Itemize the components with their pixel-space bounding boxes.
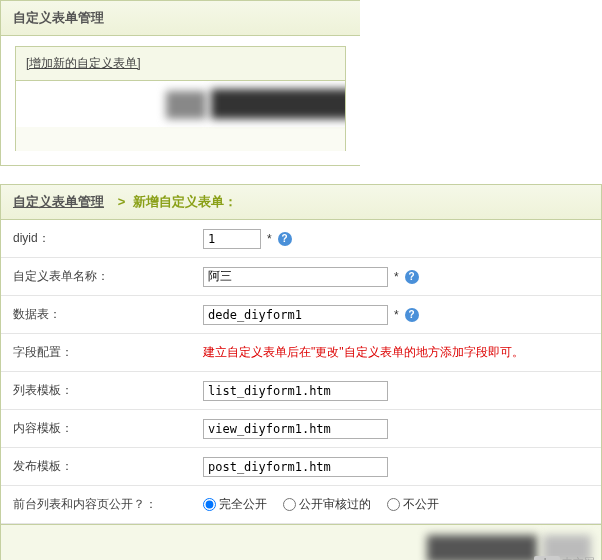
radio-public-approved[interactable]: 公开审核过的 [283, 496, 371, 513]
required-star: * [394, 308, 399, 322]
radio-input-approved[interactable] [283, 498, 296, 511]
manage-panel: 自定义表单管理 [增加新的自定义表单] [0, 0, 360, 166]
label-post-tpl: 发布模板： [13, 458, 203, 475]
required-star: * [394, 270, 399, 284]
blurred-content [166, 91, 206, 119]
input-table[interactable] [203, 305, 388, 325]
input-list-tpl[interactable] [203, 381, 388, 401]
blurred-content [211, 89, 345, 119]
manage-panel-title: 自定义表单管理 [1, 1, 360, 36]
row-name: 自定义表单名称： * ? [1, 258, 601, 296]
help-icon[interactable]: ? [278, 232, 292, 246]
add-form-panel: 自定义表单管理 > 新增自定义表单： diyid： * ? 自定义表单名称： *… [0, 184, 602, 560]
label-name: 自定义表单名称： [13, 268, 203, 285]
breadcrumb: 自定义表单管理 > 新增自定义表单： [1, 185, 601, 220]
add-form-link[interactable]: [增加新的自定义表单] [26, 56, 141, 70]
row-public: 前台列表和内容页公开？： 完全公开 公开审核过的 不公开 [1, 486, 601, 524]
radio-label: 不公开 [403, 496, 439, 513]
label-fields: 字段配置： [13, 344, 203, 361]
radio-public-none[interactable]: 不公开 [387, 496, 439, 513]
help-icon[interactable]: ? [405, 308, 419, 322]
form-footer [1, 524, 601, 560]
input-diyid[interactable] [203, 229, 261, 249]
manage-inner-box: [增加新的自定义表单] [15, 46, 346, 151]
row-view-tpl: 内容模板： [1, 410, 601, 448]
input-view-tpl[interactable] [203, 419, 388, 439]
label-public: 前台列表和内容页公开？： [13, 496, 203, 513]
row-diyid: diyid： * ? [1, 220, 601, 258]
row-post-tpl: 发布模板： [1, 448, 601, 486]
label-diyid: diyid： [13, 230, 203, 247]
input-name[interactable] [203, 267, 388, 287]
label-list-tpl: 列表模板： [13, 382, 203, 399]
radio-input-none[interactable] [387, 498, 400, 511]
label-view-tpl: 内容模板： [13, 420, 203, 437]
fields-hint: 建立自定义表单后在"更改"自定义表单的地方添加字段即可。 [203, 344, 524, 361]
label-table: 数据表： [13, 306, 203, 323]
row-list-tpl: 列表模板： [1, 372, 601, 410]
action-row: [增加新的自定义表单] [16, 47, 345, 81]
input-post-tpl[interactable] [203, 457, 388, 477]
blurred-button [427, 535, 537, 560]
radio-public-full[interactable]: 完全公开 [203, 496, 267, 513]
forms-list-scroll[interactable] [16, 81, 345, 151]
radio-label: 完全公开 [219, 496, 267, 513]
row-fields: 字段配置： 建立自定义表单后在"更改"自定义表单的地方添加字段即可。 [1, 334, 601, 372]
help-icon[interactable]: ? [405, 270, 419, 284]
blurred-button [543, 535, 591, 560]
required-star: * [267, 232, 272, 246]
radio-input-full[interactable] [203, 498, 216, 511]
breadcrumb-current: 新增自定义表单： [133, 194, 237, 209]
radio-label: 公开审核过的 [299, 496, 371, 513]
breadcrumb-root[interactable]: 自定义表单管理 [13, 194, 104, 209]
row-table: 数据表： * ? [1, 296, 601, 334]
breadcrumb-sep: > [118, 194, 126, 209]
